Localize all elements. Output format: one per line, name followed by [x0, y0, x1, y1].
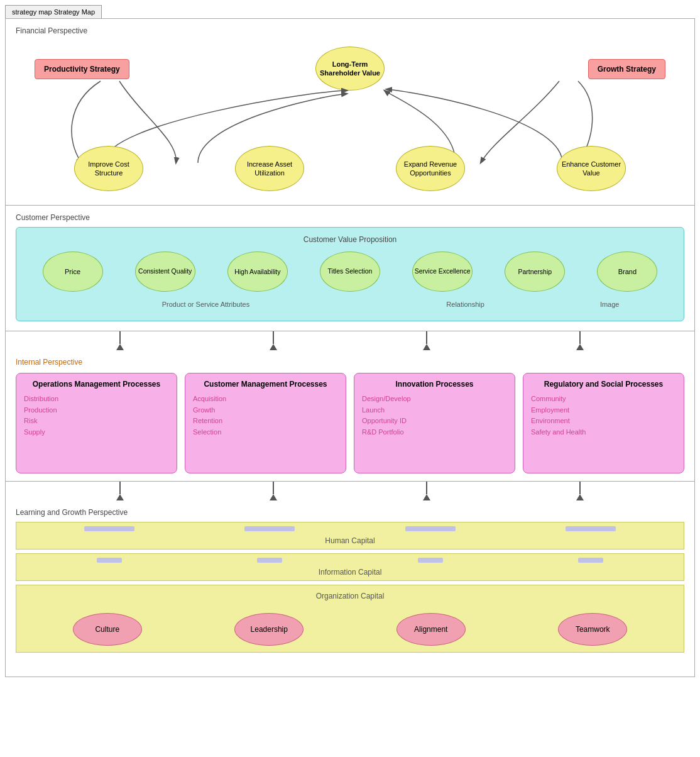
internal-box-items-0: Distribution Production Risk Supply — [24, 394, 169, 438]
hc-div-1 — [84, 526, 134, 531]
growth-strategy-btn[interactable]: Growth Strategy — [588, 59, 665, 79]
vp-labels-row: Product or Service Attributes Relationsh… — [26, 301, 674, 308]
cm-item-2: Retention — [193, 416, 338, 427]
connector-3 — [423, 331, 430, 350]
org-ellipse-teamwork: Teamwork — [558, 613, 627, 646]
cm-item-0: Acquisition — [193, 394, 338, 405]
vp-ellipse-service: Service Excellence — [412, 251, 473, 292]
ic-div-3 — [418, 558, 443, 563]
inn-item-0: Design/Develop — [362, 394, 507, 405]
connector-1 — [116, 331, 124, 350]
ic-label: Information Capital — [319, 568, 382, 577]
internal-box-regulatory: Regulatory and Social Processes Communit… — [523, 373, 684, 473]
customer-section: Customer Perspective Customer Value Prop… — [6, 206, 694, 331]
rel-label: Relationship — [379, 301, 552, 308]
ops-item-0: Distribution — [24, 394, 169, 405]
connector-l4 — [576, 482, 584, 500]
fin-ellipse-0: Improve Cost Structure — [74, 146, 143, 191]
ic-div-4 — [578, 558, 603, 563]
org-ellipse-culture: Culture — [73, 613, 142, 646]
hc-div-2 — [244, 526, 295, 531]
value-proposition-box: Customer Value Proposition Price Consist… — [16, 227, 684, 321]
ops-item-3: Supply — [24, 427, 169, 438]
financial-section: Financial Perspective Productivity Strat… — [6, 19, 694, 206]
hc-div-4 — [566, 526, 616, 531]
cm-item-3: Selection — [193, 427, 338, 438]
org-capital-row: Organization Capital Culture Leadership … — [16, 585, 684, 653]
info-capital-row: Information Capital — [16, 553, 684, 581]
vp-title: Customer Value Proposition — [26, 235, 674, 244]
vp-ellipse-brand: Brand — [597, 251, 657, 292]
org-ellipse-alignment: Alignment — [396, 613, 466, 646]
connector-l3 — [423, 482, 430, 500]
window-title-bar: strategy map Strategy Map — [5, 5, 102, 18]
internal-box-customer: Customer Management Processes Acquisitio… — [185, 373, 346, 473]
vp-ellipse-partnership: Partnership — [505, 251, 565, 292]
internal-label: Internal Perspective — [16, 358, 684, 367]
internal-box-items-3: Community Employment Environment Safety … — [531, 394, 676, 438]
vp-ellipse-availability: High Availability — [227, 251, 288, 292]
reg-item-2: Environment — [531, 416, 676, 427]
shareholder-ellipse: Long-Term Shareholder Value — [315, 47, 385, 91]
reg-item-3: Safety and Health — [531, 427, 676, 438]
vp-ellipse-price: Price — [43, 251, 103, 292]
financial-label: Financial Perspective — [16, 26, 684, 35]
inn-item-3: R&D Portfolio — [362, 427, 507, 438]
customer-label: Customer Perspective — [16, 213, 684, 222]
fin-ellipse-1: Increase Asset Utilization — [235, 146, 304, 191]
internal-box-title-0: Operations Management Processes — [24, 380, 169, 389]
hc-div-3 — [405, 526, 456, 531]
ic-div-1 — [97, 558, 122, 563]
inn-item-1: Launch — [362, 405, 507, 416]
hc-label: Human Capital — [325, 536, 375, 545]
internal-box-title-3: Regulatory and Social Processes — [531, 380, 676, 389]
internal-box-title-1: Customer Management Processes — [193, 380, 338, 389]
img-label: Image — [552, 301, 667, 308]
ic-dividers — [16, 558, 684, 563]
productivity-strategy-btn[interactable]: Productivity Strategy — [35, 59, 129, 79]
window-title-text: strategy map Strategy Map — [12, 8, 95, 16]
connector-l2 — [270, 482, 277, 500]
internal-box-operations: Operations Management Processes Distribu… — [16, 373, 177, 473]
ops-item-1: Production — [24, 405, 169, 416]
learning-label: Learning and Growth Perspective — [16, 508, 684, 517]
vp-ellipse-quality: Consistent Quality — [135, 251, 195, 292]
reg-item-0: Community — [531, 394, 676, 405]
reg-item-1: Employment — [531, 405, 676, 416]
internal-section: Internal Perspective Operations Manageme… — [6, 350, 694, 482]
internal-box-title-2: Innovation Processes — [362, 380, 507, 389]
financial-diagram: Productivity Strategy Growth Strategy Lo… — [16, 40, 684, 197]
connector-4 — [576, 331, 584, 350]
internal-boxes-row: Operations Management Processes Distribu… — [16, 373, 684, 473]
cm-item-1: Growth — [193, 405, 338, 416]
org-ellipses-row: Culture Leadership Alignment Teamwork — [26, 613, 674, 646]
inn-item-2: Opportunity ID — [362, 416, 507, 427]
org-ellipse-leadership: Leadership — [234, 613, 304, 646]
attr-label: Product or Service Attributes — [33, 301, 379, 308]
hc-dividers — [16, 526, 684, 531]
ops-item-2: Risk — [24, 416, 169, 427]
ic-div-2 — [257, 558, 282, 563]
oc-label: Organization Capital — [316, 592, 385, 600]
fin-ellipse-2: Expand Revenue Opportunities — [396, 146, 465, 191]
internal-box-items-1: Acquisition Growth Retention Selection — [193, 394, 338, 438]
connector-l1 — [116, 482, 124, 500]
vp-ellipses-row: Price Consistent Quality High Availabili… — [26, 251, 674, 292]
fin-ellipse-3: Enhance Customer Value — [557, 146, 626, 191]
human-capital-row: Human Capital — [16, 522, 684, 550]
learning-section: Learning and Growth Perspective Human Ca… — [6, 500, 694, 677]
cust-to-internal-connectors — [6, 331, 694, 350]
connector-2 — [270, 331, 277, 350]
vp-ellipse-titles: Titles Selection — [320, 251, 380, 292]
internal-box-innovation: Innovation Processes Design/Develop Laun… — [354, 373, 515, 473]
internal-box-items-2: Design/Develop Launch Opportunity ID R&D… — [362, 394, 507, 438]
internal-to-learning-connectors — [6, 482, 694, 500]
main-container: Financial Perspective Productivity Strat… — [5, 18, 695, 677]
